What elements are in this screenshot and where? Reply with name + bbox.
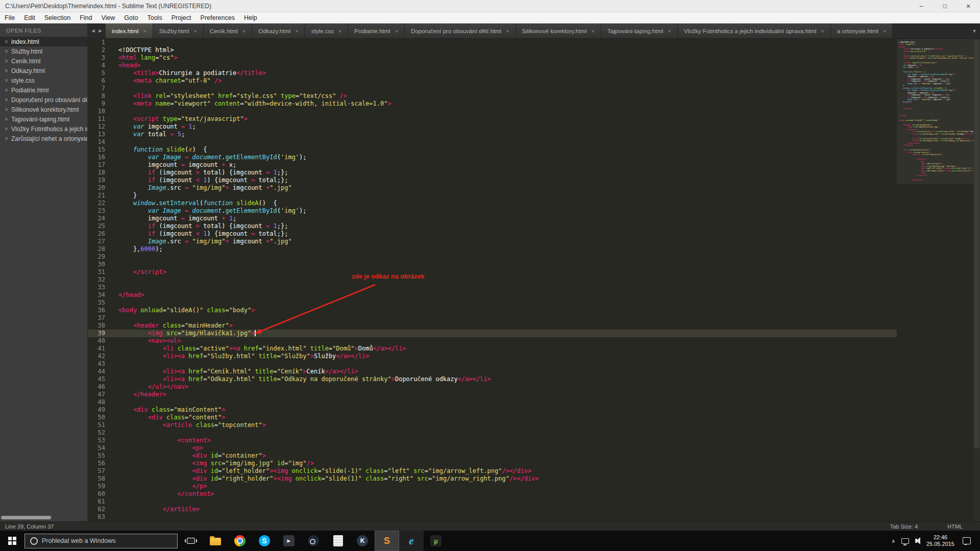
open-file-item[interactable]: ×Služby.html xyxy=(0,46,87,56)
code-line[interactable]: 10 xyxy=(88,108,897,115)
code-line[interactable]: 40 <nav><ul> xyxy=(88,337,897,345)
code-line[interactable]: 58 <div id="right_holder"><img onclick="… xyxy=(88,475,897,483)
code-line[interactable]: 7 xyxy=(88,85,897,92)
code-line[interactable]: 30 xyxy=(88,261,897,268)
code-line[interactable]: 13 var total = 5; xyxy=(88,131,897,138)
tab-Podiatrie.html[interactable]: Podiatrie.html× xyxy=(348,23,405,38)
code-line[interactable]: 31 </script> xyxy=(88,268,897,276)
menu-project[interactable]: Project xyxy=(167,14,196,21)
taskbar-search[interactable]: Prohledat web a Windows xyxy=(24,534,178,548)
close-tab-icon[interactable]: × xyxy=(242,28,246,34)
taskbar-clock[interactable]: 22:46 25.05.2015 xyxy=(926,534,954,547)
task-view-button[interactable] xyxy=(179,531,203,551)
code-line[interactable]: 41 <li class="active"><a href="index.htm… xyxy=(88,345,897,353)
code-line[interactable]: 53 <content> xyxy=(88,437,897,444)
code-line[interactable]: 15 function slide(x) { xyxy=(88,146,897,154)
menu-help[interactable]: Help xyxy=(239,14,262,21)
code-line[interactable]: 44 <li><a href="Ceník.html" title="Ceník… xyxy=(88,368,897,375)
open-file-item[interactable]: ×Odkazy.html xyxy=(0,66,87,76)
code-line[interactable]: 59 </p> xyxy=(88,483,897,490)
code-line[interactable]: 36<body onload="slideA()" class="body"> xyxy=(88,307,897,314)
open-file-item[interactable]: ×style.css xyxy=(0,76,87,85)
code-line[interactable]: 42 <li><a href="Služby.html" title="Služ… xyxy=(88,353,897,360)
code-line[interactable]: 25 if (imgcount > total) {imgcount = 1;}… xyxy=(88,222,897,230)
menu-edit[interactable]: Edit xyxy=(19,14,40,21)
code-line[interactable]: 19 if (imgcount < 1) {imgcount = total;}… xyxy=(88,177,897,184)
torrent-app-button[interactable]: µ xyxy=(424,531,448,551)
tab-scroll-left-icon[interactable]: ◀ xyxy=(90,29,96,33)
code-line[interactable]: 26 if (imgcount < 1) {imgcount = total;}… xyxy=(88,230,897,238)
code-line[interactable]: 6 <meta charset="utf-8" /> xyxy=(88,77,897,85)
code-line[interactable]: 20 Image.src = "img/img"+ imgcount +".jp… xyxy=(88,184,897,192)
code-line[interactable]: 46 </ul></nav> xyxy=(88,383,897,391)
tab-Doporučení pro obouvání dětí.html[interactable]: Doporučení pro obouvání dětí.html× xyxy=(405,23,516,38)
scrollbar-thumb[interactable] xyxy=(974,39,979,448)
tab-scroll-right-icon[interactable]: ▶ xyxy=(97,29,103,33)
code-area[interactable]: 12<!DOCTYPE html>3<html lang="cs">4<head… xyxy=(88,39,897,521)
code-line[interactable]: 17 imgcount = imgcount + x; xyxy=(88,161,897,169)
code-line[interactable]: 27 Image.src = "img/img"+ imgcount +".jp… xyxy=(88,238,897,245)
close-button[interactable]: × xyxy=(957,0,980,12)
open-file-item[interactable]: ×Vložky Fotmthotics a jejich individuáln… xyxy=(0,124,87,134)
tab-overflow-button[interactable]: ▼ xyxy=(969,23,980,38)
open-file-item[interactable]: ×Tajpování-taping.html xyxy=(0,114,87,124)
skype-button[interactable]: S xyxy=(252,531,277,551)
code-line[interactable]: 47 </header> xyxy=(88,391,897,398)
file-explorer-button[interactable] xyxy=(203,531,228,551)
code-line[interactable]: 8 <link rel="stylesheet" href="style.css… xyxy=(88,92,897,100)
action-center-icon[interactable] xyxy=(963,537,971,544)
media-player-button[interactable]: ▶ xyxy=(277,531,301,551)
tab-Odkazy.html[interactable]: Odkazy.html× xyxy=(252,23,305,38)
menu-file[interactable]: File xyxy=(0,14,19,21)
tab-style.css[interactable]: style.css× xyxy=(305,23,349,38)
close-tab-icon[interactable]: × xyxy=(295,28,298,34)
close-tab-icon[interactable]: × xyxy=(592,28,595,34)
code-line[interactable]: 55 <div id="container"> xyxy=(88,452,897,460)
tab-Ceník.html[interactable]: Ceník.html× xyxy=(204,23,252,38)
code-line[interactable]: 12 var imgcount = 1; xyxy=(88,123,897,131)
sidebar-horizontal-scrollbar[interactable] xyxy=(1,516,51,519)
tab-index.html[interactable]: index.html× xyxy=(106,23,153,38)
code-line[interactable]: 2<!DOCTYPE html> xyxy=(88,46,897,54)
code-line[interactable]: 4<head> xyxy=(88,62,897,69)
internet-explorer-button[interactable]: e xyxy=(399,531,424,551)
code-line[interactable]: 18 if (imgcount > total) {imgcount = 1;}… xyxy=(88,169,897,177)
close-file-icon[interactable]: × xyxy=(3,58,10,65)
open-file-item[interactable]: ×Ceník.html xyxy=(0,56,87,66)
code-line[interactable]: 35 xyxy=(88,299,897,307)
close-file-icon[interactable]: × xyxy=(3,67,10,74)
close-tab-icon[interactable]: × xyxy=(668,28,671,34)
close-tab-icon[interactable]: × xyxy=(193,28,197,34)
code-line[interactable]: 9 <meta name="viewport" content="width=d… xyxy=(88,100,897,108)
code-line[interactable]: 63 xyxy=(88,513,897,521)
close-file-icon[interactable]: × xyxy=(3,116,10,123)
close-tab-icon[interactable]: × xyxy=(395,28,398,34)
code-line[interactable]: 60 </content> xyxy=(88,490,897,498)
code-line[interactable]: 16 var Image = document.getElementById('… xyxy=(88,154,897,161)
menu-tools[interactable]: Tools xyxy=(142,14,166,21)
maximize-button[interactable]: □ xyxy=(933,0,957,12)
open-file-item[interactable]: ×Silikonové korektory.html xyxy=(0,105,87,114)
code-line[interactable]: 28 },6000); xyxy=(88,245,897,253)
code-line[interactable]: 57 <div id="left_holder"><img onclick="s… xyxy=(88,467,897,475)
close-file-icon[interactable]: × xyxy=(3,135,10,142)
code-line[interactable]: 23 var Image = document.getElementById('… xyxy=(88,207,897,215)
title-bar[interactable]: C:\Users\Petr\Desktop\Theme\index.html -… xyxy=(0,0,980,12)
code-line[interactable]: 62 </article> xyxy=(88,506,897,513)
close-tab-icon[interactable]: × xyxy=(338,28,341,34)
code-line[interactable]: 14 xyxy=(88,138,897,146)
code-line[interactable]: 24 imgcount = imgcount + 1; xyxy=(88,215,897,222)
code-line[interactable]: 34</head> xyxy=(88,291,897,299)
tab-Služby.html[interactable]: Služby.html× xyxy=(153,23,204,38)
code-line[interactable]: 33 xyxy=(88,284,897,291)
volume-icon[interactable] xyxy=(915,539,917,543)
tray-expand-icon[interactable]: ∧ xyxy=(892,538,895,544)
code-line[interactable]: 5 <title>Chirurgie a podiatrie</title> xyxy=(88,69,897,77)
close-tab-icon[interactable]: × xyxy=(821,28,824,34)
kmplayer-button[interactable]: K xyxy=(350,531,375,551)
minimap[interactable]: <!DOCTYPE html><html lang="cs"><head> <t… xyxy=(897,39,973,521)
code-line[interactable]: 48 xyxy=(88,398,897,406)
code-line[interactable]: 38 <header class="mainHeader"> xyxy=(88,322,897,330)
close-tab-icon[interactable]: × xyxy=(143,28,146,34)
open-file-item[interactable]: ×index.html xyxy=(0,37,87,46)
